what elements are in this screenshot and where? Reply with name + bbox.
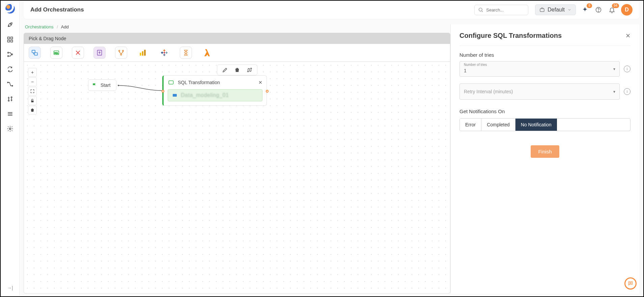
nav-sync-icon[interactable] (6, 66, 14, 73)
node-palette: Pick & Drag Node SQL (24, 33, 450, 62)
canvas[interactable]: + − Start (24, 62, 450, 294)
svg-point-6 (7, 55, 8, 56)
tries-info-icon[interactable]: i (624, 66, 631, 72)
svg-point-0 (10, 24, 11, 25)
chat-fab[interactable] (624, 277, 637, 290)
search-input[interactable] (485, 7, 512, 13)
chevron-down-icon: ▼ (613, 67, 616, 71)
svg-point-15 (9, 128, 11, 130)
zoom-out-button[interactable]: − (28, 77, 37, 86)
sparkle-button[interactable]: 8 (581, 5, 589, 14)
node-sql-body[interactable]: Data_modeling_01 (168, 89, 262, 101)
notifications-button[interactable]: 94 (608, 5, 616, 14)
nav-collapse-icon[interactable]: →| (6, 284, 14, 292)
notif-option-none[interactable]: No Notification (515, 119, 557, 131)
nav-pipeline-icon[interactable] (6, 51, 14, 58)
config-panel: Configure SQL Transformations ✕ Number o… (450, 24, 639, 294)
svg-point-10 (8, 100, 9, 101)
palette-item-powerbi[interactable] (137, 47, 149, 59)
fit-screen-button[interactable] (28, 87, 37, 96)
svg-point-28 (119, 50, 120, 52)
sql-chip-icon (171, 93, 178, 98)
svg-rect-1 (7, 37, 9, 39)
help-icon (595, 6, 602, 13)
notif-section-label: Get Notifications On (459, 108, 631, 114)
node-close-icon[interactable]: ✕ (258, 80, 262, 85)
svg-rect-3 (7, 40, 9, 42)
node-port-out[interactable] (266, 90, 269, 93)
palette-item-lambda[interactable] (201, 47, 214, 59)
palette-item-migration[interactable] (29, 47, 41, 59)
lock-button[interactable] (28, 96, 37, 105)
palette-item-sql[interactable]: SQL (50, 47, 62, 59)
tries-section-label: Number of tries (459, 52, 631, 58)
svg-point-29 (122, 50, 124, 52)
nav-compare-icon[interactable] (6, 95, 14, 103)
trash-icon[interactable] (234, 67, 240, 73)
node-start-label: Start (101, 82, 111, 88)
nav-rocket-icon[interactable] (6, 21, 14, 28)
retry-interval-select[interactable]: Retry Interval (minutes) ▼ (459, 83, 620, 100)
svg-point-30 (120, 54, 122, 55)
top-bar: Add Orchestrations Default 8 (24, 1, 639, 19)
node-sql-subname: Data_modeling_01 (181, 92, 229, 98)
palette-item-upload[interactable] (93, 47, 106, 59)
flag-icon (92, 82, 97, 88)
chevron-down-icon (567, 8, 571, 12)
nav-settings-icon[interactable] (6, 125, 14, 132)
retry-info-icon[interactable]: i (624, 88, 631, 95)
finish-button[interactable]: Finish (531, 145, 559, 158)
svg-point-50 (631, 283, 631, 283)
divider (459, 46, 631, 46)
svg-point-20 (598, 11, 598, 11)
workspace-label: Default (548, 7, 565, 13)
edit-icon[interactable] (222, 67, 228, 73)
route-icon[interactable] (246, 67, 252, 73)
svg-rect-44 (31, 100, 34, 102)
avatar[interactable]: D (621, 4, 633, 16)
svg-line-17 (482, 11, 483, 12)
svg-point-11 (11, 97, 12, 98)
zoom-in-button[interactable]: + (28, 68, 37, 77)
node-sql-title: SQL Transformation (178, 80, 220, 85)
palette-item-hourglass[interactable] (180, 47, 192, 59)
breadcrumb-current: Add (61, 24, 69, 29)
svg-rect-31 (140, 53, 141, 56)
breadcrumb-root[interactable]: Orchestrations (25, 24, 54, 29)
svg-rect-18 (540, 9, 544, 12)
palette-item-tableau[interactable] (158, 47, 170, 59)
node-sql-transformation[interactable]: SQL Transformation ✕ Data_modeling_01 (162, 75, 267, 106)
notif-option-error[interactable]: Error (460, 119, 481, 131)
tries-value: 1 (464, 68, 467, 73)
sql-icon (168, 79, 174, 86)
notif-segmented: Error Completed No Notification (459, 118, 631, 131)
node-start[interactable]: Start (88, 79, 116, 91)
svg-rect-47 (173, 94, 177, 97)
breadcrumb-sep: / (57, 24, 58, 29)
tries-mini-label: Number of tries (464, 63, 487, 67)
svg-point-49 (630, 283, 631, 283)
palette-item-branch[interactable] (115, 47, 127, 59)
search-icon (478, 7, 483, 13)
nav-list-icon[interactable] (6, 110, 14, 118)
nav-dashboard-icon[interactable] (6, 36, 14, 43)
workspace-dropdown[interactable]: Default (535, 4, 576, 15)
app-logo[interactable] (5, 4, 15, 14)
help-button[interactable] (594, 5, 603, 14)
tries-select[interactable]: Number of tries 1 ▼ (459, 61, 620, 77)
search-box[interactable] (474, 5, 528, 15)
palette-item-cancel[interactable] (72, 47, 84, 59)
svg-point-48 (629, 283, 630, 283)
node-port-in[interactable] (162, 90, 164, 93)
chevron-down-icon: ▼ (613, 90, 616, 94)
svg-point-45 (118, 85, 119, 86)
retry-interval-placeholder: Retry Interval (minutes) (464, 89, 513, 94)
svg-rect-46 (169, 81, 173, 84)
delete-button[interactable] (28, 106, 37, 115)
panel-title: Configure SQL Transformations (459, 32, 562, 40)
svg-point-16 (479, 8, 482, 11)
notif-option-completed[interactable]: Completed (481, 119, 515, 131)
nav-flow-icon[interactable] (6, 80, 14, 88)
panel-close-icon[interactable]: ✕ (625, 32, 631, 40)
briefcase-icon (539, 7, 545, 13)
